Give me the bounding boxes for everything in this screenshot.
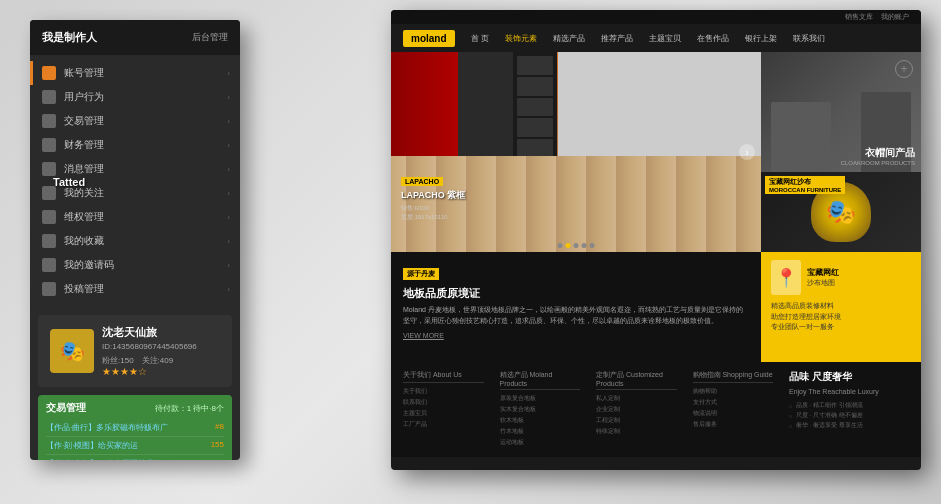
top-bar-link-1[interactable]: 销售文库 — [845, 12, 873, 22]
footer-link-guide-2[interactable]: 支付方式 — [693, 398, 774, 407]
view-more-link[interactable]: VIEW MORE — [403, 332, 749, 339]
trade-meta: 待付款：1 待中·8个 — [155, 403, 224, 414]
nav-label-rights: 维权管理 — [64, 210, 104, 224]
scene: 我是制作人 后台管理 账号管理 › 用户行为 › 交易管理 › — [0, 0, 941, 504]
footer-link-custom-2[interactable]: 企业定制 — [596, 405, 677, 414]
nav-item-collect[interactable]: 我的收藏 › — [30, 229, 240, 253]
cloakroom-title: 衣帽间产品 — [841, 146, 915, 160]
hero-main-label: LAPACHO 紫框 — [401, 189, 465, 202]
trade-item-0[interactable]: 【作品·曲行】多乐胶磁布特贩布广 #8 — [46, 419, 224, 437]
footer-products-title: 精选产品 Moland Products — [500, 370, 581, 390]
nav-arrow-follow: › — [227, 189, 230, 198]
profile-stars: ★★★★☆ — [102, 366, 220, 377]
nav-arrow-submit: › — [227, 285, 230, 294]
footer-guide-title: 购物指南 Shopping Guide — [693, 370, 774, 383]
footer-col-guide: 购物指南 Shopping Guide 购物帮助 支付方式 物流说明 售后服务 — [693, 370, 774, 449]
following-stat: 关注:409 — [142, 355, 174, 366]
footer-link-about-1[interactable]: 关于我们 — [403, 387, 484, 396]
moroccan-badge: 宝藏网红沙布 MOROCCAN FURNITURE — [765, 176, 845, 194]
left-admin-panel: 我是制作人 后台管理 账号管理 › 用户行为 › 交易管理 › — [30, 20, 240, 460]
nav-color-bar — [30, 61, 33, 85]
top-bar: 销售文库 我的账户 — [391, 10, 921, 24]
plus-icon[interactable]: + — [895, 60, 913, 78]
nav-item-rights[interactable]: 维权管理 › — [30, 205, 240, 229]
footer-about-title: 关于我们 About Us — [403, 370, 484, 383]
trade-item-text-2: 【作·古·古行】一自自买买单费款 — [46, 458, 162, 460]
nav-select[interactable]: 精选产品 — [553, 33, 585, 44]
footer-link-guide-3[interactable]: 物流说明 — [693, 409, 774, 418]
hero-top-right: + 衣帽间产品 CLOAKROOM PRODUCTS — [761, 52, 921, 172]
hero-main-sub: 销售:R100宽度:1917x10110 — [401, 204, 465, 222]
account-icon — [42, 66, 56, 80]
dot-3[interactable] — [574, 243, 579, 248]
info-badge: 源于丹麦 — [403, 268, 439, 280]
dot-4[interactable] — [582, 243, 587, 248]
footer-link-product-3[interactable]: 软木地板 — [500, 416, 581, 425]
trade-item-badge-1: 155 — [211, 440, 224, 451]
footer-col-about: 关于我们 About Us 关于我们 联系我们 主题宝贝 工厂产品 — [403, 370, 484, 449]
nav-item-submit[interactable]: 投稿管理 › — [30, 277, 240, 301]
moroccan-title: 宝藏网红沙布 — [769, 177, 841, 187]
top-bar-link-2[interactable]: 我的账户 — [881, 12, 909, 22]
hero-bottom-right: 🎭 宝藏网红沙布 MOROCCAN FURNITURE — [761, 172, 921, 252]
nav-arrow-invite: › — [227, 261, 230, 270]
nav-item-finance[interactable]: 财务管理 › — [30, 133, 240, 157]
nav-recommend[interactable]: 推荐产品 — [601, 33, 633, 44]
trade-item-badge-0: #8 — [215, 422, 224, 433]
dot-5[interactable] — [590, 243, 595, 248]
hero-panel-dark — [458, 52, 514, 162]
footer-link-custom-1[interactable]: 私人定制 — [596, 394, 677, 403]
nav-home[interactable]: 首 页 — [471, 33, 489, 44]
nav-item-account[interactable]: 账号管理 › — [30, 61, 240, 85]
footer-link-product-4[interactable]: 竹木地板 — [500, 427, 581, 436]
footer-link-product-5[interactable]: 运动地板 — [500, 438, 581, 447]
footer-col-custom: 定制产品 Customized Products 私人定制 企业定制 工程定制 … — [596, 370, 677, 449]
trade-item-2[interactable]: 【作·古·古行】一自自买买单费款 — [46, 455, 224, 460]
nav-item-invite[interactable]: 我的邀请码 › — [30, 253, 240, 277]
nav-bank[interactable]: 银行上架 — [745, 33, 777, 44]
hero-label-badge: LAPACHO — [401, 177, 443, 186]
trade-section: 交易管理 待付款：1 待中·8个 【作品·曲行】多乐胶磁布特贩布广 #8 【作·… — [38, 395, 232, 460]
nav-label-invite: 我的邀请码 — [64, 258, 114, 272]
nav-item-message[interactable]: 消息管理 › — [30, 157, 240, 181]
dot-2[interactable] — [566, 243, 571, 248]
site-nav: moland 首 页 装饰元素 精选产品 推荐产品 主题宝贝 在售作品 银行上架… — [391, 24, 921, 52]
info-right: 📍 宝藏网红 沙布地图 精选高品质装修材料助您打造理想居家环境专业团队一对一服务 — [761, 252, 921, 362]
avatar: 🎭 — [50, 329, 94, 373]
hero-next-arrow[interactable]: › — [739, 144, 755, 160]
footer-link-about-3[interactable]: 主题宝贝 — [403, 409, 484, 418]
profile-id: ID:1435680967445405696 — [102, 342, 220, 351]
footer-link-product-1[interactable]: 原装复合地板 — [500, 394, 581, 403]
nav-label-follow: 我的关注 — [64, 186, 104, 200]
nav-item-follow[interactable]: 我的关注 › — [30, 181, 240, 205]
footer-link-guide-4[interactable]: 售后服务 — [693, 420, 774, 429]
footer-link-about-4[interactable]: 工厂产品 — [403, 420, 484, 429]
footer-link-about-2[interactable]: 联系我们 — [403, 398, 484, 407]
rights-icon — [42, 210, 56, 224]
map-sub-text: 沙布地图 — [807, 278, 839, 288]
hero-label-area: LAPACHO LAPACHO 紫框 销售:R100宽度:1917x10110 — [401, 170, 465, 222]
message-icon — [42, 162, 56, 176]
site-logo[interactable]: moland — [403, 30, 455, 47]
nav-theme[interactable]: 主题宝贝 — [649, 33, 681, 44]
footer-link-guide-1[interactable]: 购物帮助 — [693, 387, 774, 396]
trade-item-1[interactable]: 【作·刻·模图】给买家的运 155 — [46, 437, 224, 455]
nav-item-user[interactable]: 用户行为 › — [30, 85, 240, 109]
nav-label-collect: 我的收藏 — [64, 234, 104, 248]
nav-contact[interactable]: 联系我们 — [793, 33, 825, 44]
trade-title: 交易管理 — [46, 401, 86, 415]
nav-item-trade[interactable]: 交易管理 › — [30, 109, 240, 133]
dot-1[interactable] — [558, 243, 563, 248]
footer-link-custom-3[interactable]: 工程定制 — [596, 416, 677, 425]
footer-link-custom-4[interactable]: 特殊定制 — [596, 427, 677, 436]
nav-label-submit: 投稿管理 — [64, 282, 104, 296]
trade-header: 交易管理 待付款：1 待中·8个 — [46, 401, 224, 415]
footer-link-product-2[interactable]: 实木复合地板 — [500, 405, 581, 414]
nav-decor[interactable]: 装饰元素 — [505, 33, 537, 44]
hero-top-label: 衣帽间产品 CLOAKROOM PRODUCTS — [841, 146, 915, 166]
invite-icon — [42, 258, 56, 272]
nav-arrow-rights: › — [227, 213, 230, 222]
nav-sale[interactable]: 在售作品 — [697, 33, 729, 44]
map-icon: 📍 — [771, 260, 801, 295]
footer-brand-en: Enjoy The Reachable Luxury — [789, 388, 909, 395]
